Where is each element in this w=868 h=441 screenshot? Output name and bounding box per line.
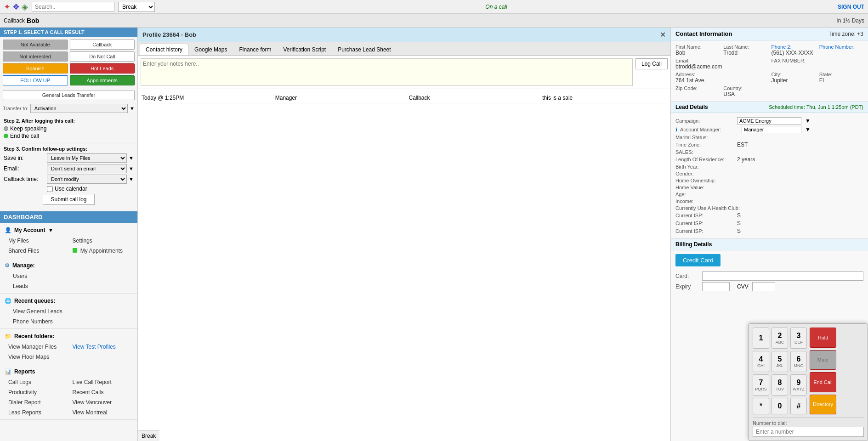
left-panel: STEP 1. SELECT A CALL RESULT Not Availab… [0, 28, 138, 441]
numpad-2[interactable]: 2ABC [772, 328, 788, 349]
manage-label: Manage: [12, 262, 35, 269]
reports-title[interactable]: 📊 Reports [0, 366, 137, 377]
expiry-input[interactable] [702, 282, 730, 291]
mute-button[interactable]: Mute [810, 350, 836, 370]
numpad-4[interactable]: 4GHI [753, 351, 769, 372]
recent-queues-title[interactable]: 🌐 Recent queues: [0, 295, 137, 306]
view-floor-maps-item[interactable]: View Floor Maps [5, 352, 69, 362]
leads-item[interactable]: Leads [0, 281, 137, 291]
use-calendar-row[interactable]: Use calendar [47, 186, 134, 192]
settings-item[interactable]: Settings [69, 236, 133, 246]
marital-status-row: Marital Status: [675, 135, 863, 140]
number-to-dial-input[interactable] [753, 427, 864, 437]
tab-contact-history[interactable]: Contact history [140, 44, 188, 55]
numpad-star[interactable]: * [753, 398, 769, 414]
callback-button[interactable]: Callback [70, 40, 135, 50]
spanish-button[interactable]: Spanish [3, 63, 68, 74]
bottom-break-label: Break [138, 430, 159, 441]
numpad-7[interactable]: 7PQRS [753, 374, 769, 396]
length-residence-row: Length Of Residence: 2 years [675, 156, 863, 163]
follow-up-button[interactable]: FOLLOW UP [3, 75, 68, 85]
scheduled-time: Scheduled time: Thu, Jun 1 1:25pm (PDT) [769, 104, 863, 110]
shared-files-item[interactable]: Shared Files [5, 246, 69, 256]
numpad-5[interactable]: 5JKL [772, 351, 788, 372]
transfer-label: Transfer to: [3, 106, 28, 111]
numpad-hash[interactable]: # [790, 398, 807, 414]
not-available-button[interactable]: Not Available [3, 40, 68, 50]
keep-speaking-radio[interactable] [4, 126, 8, 131]
do-not-call-button[interactable]: Do Not Call [70, 51, 135, 62]
view-montreal-item[interactable]: View Montreal [69, 407, 133, 418]
live-call-report-item[interactable]: Live Call Report [69, 377, 133, 387]
profile-bar: Profile 23664 - Bob ✕ [138, 28, 670, 42]
submit-call-log-button[interactable]: Submit call log [43, 194, 94, 205]
productivity-item[interactable]: Productivity [5, 387, 69, 397]
step3-section: Step 3. Confirm follow-up settings: Save… [0, 143, 137, 209]
recent-folders-title[interactable]: 📁 Recent folders: [0, 331, 137, 342]
dialer-report-item[interactable]: Dialer Report [5, 397, 69, 407]
numpad-6[interactable]: 6MNO [790, 351, 807, 372]
keep-speaking-label: Keep speaking [10, 125, 46, 132]
tab-purchase-lead-sheet[interactable]: Purchase Lead Sheet [332, 44, 397, 55]
search-input[interactable] [32, 2, 114, 12]
my-files-item[interactable]: My Files [5, 236, 69, 246]
call-logs-item[interactable]: Call Logs [5, 377, 69, 387]
reports-icon: 📊 [5, 368, 11, 375]
view-vancouver-item[interactable]: View Vancouver [69, 397, 133, 407]
callback-time-select[interactable]: Don't modify [47, 175, 127, 184]
lead-reports-item[interactable]: Lead Reports [5, 407, 69, 418]
save-in-select[interactable]: Leave in My Files [47, 153, 127, 163]
hot-leads-button[interactable]: Hot Leads [70, 63, 135, 74]
tab-google-maps[interactable]: Google Maps [188, 44, 233, 55]
recent-calls-item[interactable]: Recent Calls [69, 387, 133, 397]
numpad-1[interactable]: 1 [753, 328, 769, 349]
keep-speaking-row[interactable]: Keep speaking [4, 125, 134, 132]
credit-card-button[interactable]: Credit Card [675, 254, 720, 266]
view-test-profiles-item[interactable]: View Test Profiles [69, 342, 133, 352]
manage-title[interactable]: ⚙ Manage: [0, 260, 137, 271]
timezone-badge: Time zone: +3 [828, 31, 863, 37]
close-button[interactable]: ✕ [660, 30, 666, 39]
cvv-input[interactable] [752, 282, 775, 291]
numpad-9[interactable]: 9WXYZ [790, 374, 807, 396]
first-name-field: First Name: Bob [675, 44, 720, 56]
call-log-table: Today @ 1:25PM Manager Callback this is … [138, 89, 670, 107]
card-input[interactable] [702, 271, 863, 281]
view-general-leads-item[interactable]: View General Leads [0, 306, 137, 317]
expiry-cvv-row: Expiry CVV [675, 282, 863, 291]
notes-input[interactable] [141, 58, 633, 86]
email-row: Email: Don't send an email ▼ [4, 164, 134, 173]
view-manager-files-item[interactable]: View Manager Files [5, 342, 69, 352]
numpad-8[interactable]: 8TUV [772, 374, 788, 396]
tab-verification-script[interactable]: Verification Script [277, 44, 332, 55]
end-call-radio[interactable] [4, 134, 8, 138]
break-select[interactable]: Break [118, 2, 155, 12]
tab-finance-form[interactable]: Finance form [233, 44, 277, 55]
use-calendar-checkbox[interactable] [47, 186, 53, 192]
users-item[interactable]: Users [0, 271, 137, 281]
my-appointments-item[interactable]: My Appointments [69, 246, 133, 256]
directory-button[interactable]: Directory [810, 395, 836, 415]
isp2-row: Current ISP: S [675, 220, 863, 226]
log-call-button[interactable]: Log Call [635, 58, 668, 69]
sign-out-button[interactable]: SIGN OUT [838, 4, 864, 10]
numpad-3[interactable]: 3DEF [790, 328, 807, 349]
end-call-label: End the call [10, 133, 39, 139]
transfer-select[interactable]: Activation [30, 104, 128, 113]
isp1-row: Current ISP: S [675, 212, 863, 219]
numpad-0[interactable]: 0 [772, 398, 788, 414]
billing-section: Credit Card Card: Expiry CVV [671, 250, 868, 296]
dashboard-header: DASHBOARD [0, 211, 137, 223]
campaign-input[interactable] [737, 117, 801, 124]
recent-folders-section: 📁 Recent folders: View Manager Files Vie… [0, 329, 137, 364]
email-step3-select[interactable]: Don't send an email [47, 164, 127, 173]
my-account-title[interactable]: 👤 My Account ▼ [0, 225, 137, 236]
general-leads-transfer-button[interactable]: General Leads Transfer [3, 90, 135, 100]
phone-numbers-item[interactable]: Phone Numbers [0, 317, 137, 327]
end-call-row[interactable]: End the call [4, 133, 134, 139]
account-manager-input[interactable] [742, 126, 801, 133]
end-call-numpad-button[interactable]: End Call [810, 372, 836, 392]
appointments-button[interactable]: Appointments [70, 75, 135, 85]
hold-button[interactable]: Hold [810, 328, 836, 348]
not-interested-button[interactable]: Not interested [3, 51, 68, 62]
